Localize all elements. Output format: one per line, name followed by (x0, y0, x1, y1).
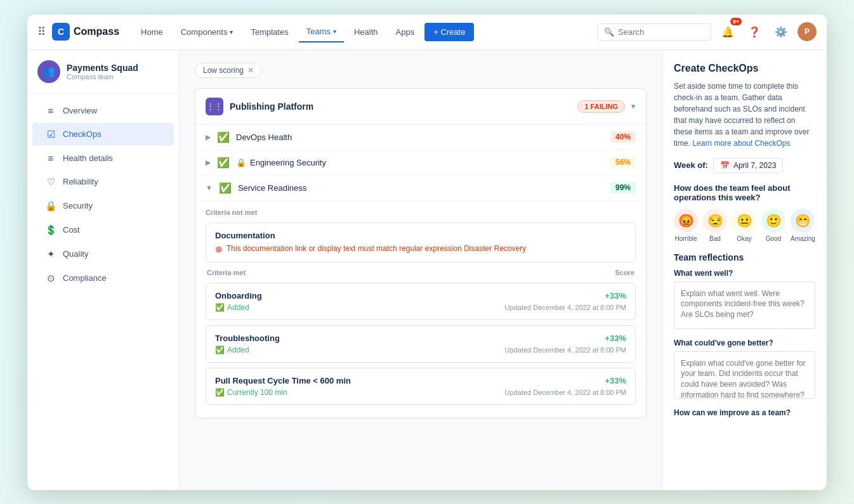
horrible-emoji: 😡 (674, 209, 698, 233)
emoji-amazing[interactable]: 😁 Amazing (791, 209, 815, 242)
chevron-down-icon-2: ▾ (333, 28, 336, 35)
failing-badge: 1 FAILING (577, 100, 625, 113)
pull-request-score: +33% (605, 376, 626, 385)
platform-name: Publishing Platform (230, 101, 571, 112)
learn-more-link[interactable]: Learn more about CheckOps (692, 139, 790, 148)
pull-request-name: Pull Request Cycle Time < 600 min (215, 376, 351, 385)
could-be-better-label: What could've gone better? (674, 339, 815, 347)
quality-icon: ✦ (45, 249, 56, 260)
check-circle-icon-2: ✅ (215, 346, 225, 354)
sidebar-item-health-details[interactable]: ≡ Health details (32, 147, 174, 169)
sidebar-item-overview[interactable]: ≡ Overview (32, 100, 174, 122)
sidebar-item-security[interactable]: 🔒 Security (32, 195, 174, 217)
went-well-textarea[interactable] (674, 281, 815, 329)
nav-apps[interactable]: Apps (388, 22, 423, 42)
nav-teams[interactable]: Teams ▾ (299, 22, 344, 42)
criteria-documentation-title: Documentation (215, 231, 626, 240)
emoji-bad[interactable]: 😒 Bad (703, 209, 727, 242)
logo-icon: C (52, 23, 70, 41)
create-button[interactable]: + Create (424, 23, 474, 41)
search-input[interactable] (618, 27, 694, 37)
troubleshooting-score: +33% (605, 333, 626, 343)
reflections-title: Team reflections (674, 252, 815, 262)
notification-count: 9+ (730, 18, 742, 25)
sidebar-label-checkops: CheckOps (63, 129, 102, 139)
toggle-readiness[interactable]: ▼ (206, 184, 213, 191)
panel-title: Create CheckOps (674, 63, 815, 74)
amazing-emoji: 😁 (791, 209, 815, 233)
expand-icon[interactable]: ▾ (631, 101, 636, 111)
search-box[interactable]: 🔍 (597, 23, 711, 41)
emoji-okay[interactable]: 😐 Okay (732, 209, 756, 242)
health-row-devops: ▶ ✅ DevOps Health 40% (195, 125, 646, 150)
security-icon: 🔒 (45, 200, 56, 212)
platform-card: ⋮⋮ Publishing Platform 1 FAILING ▾ ▶ ✅ D… (195, 88, 647, 418)
platform-header: ⋮⋮ Publishing Platform 1 FAILING ▾ (195, 89, 646, 125)
okay-label: Okay (737, 235, 751, 242)
panel-description: Set aside some time to complete this che… (674, 81, 815, 149)
main-body: 👥 Payments Squad Compass team ≡ Overview… (27, 50, 827, 490)
horrible-label: Horrible (674, 235, 697, 242)
onboarding-status: ✅ Added (215, 303, 249, 312)
sidebar-item-quality[interactable]: ✦ Quality (32, 243, 174, 266)
platform-icon: ⋮⋮ (206, 98, 223, 115)
pull-request-updated: Updated December 4, 2022 at 8:00 PM (505, 389, 626, 396)
sidebar-item-reliability[interactable]: ♡ Reliability (32, 171, 174, 193)
toggle-devops[interactable]: ▶ (206, 133, 211, 141)
low-scoring-badge[interactable]: Low scoring ✕ (195, 63, 262, 78)
check-icon-security: ✅ (217, 157, 230, 169)
troubleshooting-updated: Updated December 4, 2022 at 8:00 PM (505, 346, 626, 354)
sidebar-item-cost[interactable]: 💲 Cost (32, 219, 174, 242)
sidebar-item-checkops[interactable]: ☑ CheckOps (32, 123, 174, 146)
bad-emoji: 😒 (703, 209, 727, 233)
settings-button[interactable]: ⚙️ (771, 22, 791, 42)
health-name-devops: DevOps Health (236, 132, 604, 142)
health-name-security: 🔒 Engineering Security (236, 158, 604, 167)
logo-text: Compass (74, 26, 119, 37)
low-scoring-close-icon[interactable]: ✕ (247, 66, 254, 75)
sidebar-item-compliance[interactable]: ⊙ Compliance (32, 267, 174, 290)
emoji-good[interactable]: 🙂 Good (761, 209, 785, 242)
error-icon: ⊗ (215, 244, 223, 254)
week-row: Week of: 📅 April 7, 2023 (674, 158, 815, 173)
right-panel: Create CheckOps Set aside some time to c… (662, 50, 827, 490)
calendar-icon: 📅 (720, 161, 730, 170)
logo-area: C Compass (52, 23, 119, 41)
sidebar-label-overview: Overview (63, 106, 97, 115)
week-date-picker[interactable]: 📅 April 7, 2023 (713, 158, 783, 173)
nav-health[interactable]: Health (346, 22, 386, 42)
notification-button[interactable]: 🔔 9+ (718, 22, 738, 42)
troubleshooting-status: ✅ Added (215, 346, 249, 354)
team-sub: Compass team (67, 73, 138, 81)
reliability-icon: ♡ (45, 176, 56, 188)
compliance-icon: ⊙ (45, 273, 56, 284)
nav-templates[interactable]: Templates (243, 22, 296, 42)
health-details-icon: ≡ (45, 153, 56, 164)
criteria-section: Criteria not met Documentation ⊗ This do… (195, 201, 646, 418)
grid-icon[interactable]: ⠿ (37, 25, 46, 39)
check-icon-devops: ✅ (217, 131, 230, 143)
troubleshooting-name: Troubleshooting (215, 333, 280, 343)
could-be-better-textarea[interactable] (674, 351, 815, 399)
criteria-not-met-label: Criteria not met (206, 209, 636, 216)
help-button[interactable]: ❓ (744, 22, 765, 42)
emoji-horrible[interactable]: 😡 Horrible (674, 209, 698, 242)
check-circle-icon: ✅ (215, 303, 225, 312)
score-devops: 40% (610, 131, 636, 143)
nav-home[interactable]: Home (133, 22, 171, 42)
good-label: Good (766, 235, 781, 242)
check-icon-readiness: ✅ (219, 182, 232, 194)
search-icon: 🔍 (604, 27, 614, 37)
amazing-label: Amazing (791, 235, 815, 242)
avatar[interactable]: P (798, 22, 817, 41)
checkops-icon: ☑ (45, 129, 56, 140)
nav-components[interactable]: Components ▾ (173, 22, 241, 42)
sidebar-label-cost: Cost (63, 225, 80, 235)
team-details: Payments Squad Compass team (67, 63, 138, 81)
sidebar-label-quality: Quality (63, 249, 88, 259)
sidebar-label-security: Security (63, 201, 93, 210)
improve-label: How can we improve as a team? (674, 408, 815, 417)
nav-components-label: Components (181, 27, 228, 37)
toggle-security[interactable]: ▶ (206, 158, 211, 167)
sidebar: 👥 Payments Squad Compass team ≡ Overview… (27, 50, 180, 490)
